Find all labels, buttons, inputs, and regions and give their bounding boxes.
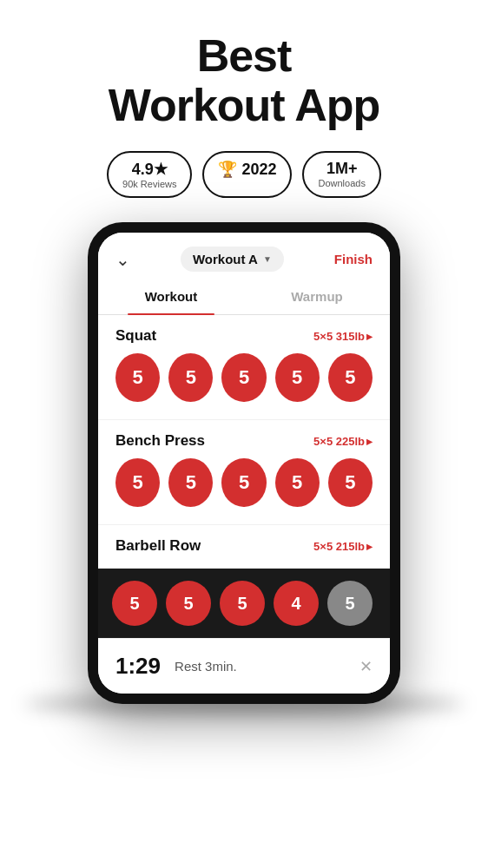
bottom-set-4[interactable]: 4 xyxy=(274,581,319,626)
exercise-barbellrow-name: Barbell Row xyxy=(115,537,201,555)
rest-timer-close-icon[interactable]: ✕ xyxy=(359,657,373,676)
exercise-squat-header: Squat 5×5 315lb ▸ xyxy=(115,327,373,345)
bottom-set-1[interactable]: 5 xyxy=(112,581,157,626)
rest-timer-time: 1:29 xyxy=(115,653,161,680)
bench-set-4[interactable]: 5 xyxy=(275,458,320,507)
squat-set-3[interactable]: 5 xyxy=(221,353,266,402)
phone-mockup: ⌄ Workout A ▼ Finish Workout Warmup Squa… xyxy=(88,222,400,704)
squat-set-4[interactable]: 5 xyxy=(275,353,320,402)
squat-set-2[interactable]: 5 xyxy=(168,353,213,402)
bottom-sets-bar: 5 5 5 4 5 xyxy=(98,569,390,638)
exercise-benchpress-name: Bench Press xyxy=(115,432,205,450)
bottom-set-2[interactable]: 5 xyxy=(166,581,211,626)
app-title: Best Workout App xyxy=(109,31,380,130)
badge-downloads-sub: Downloads xyxy=(318,178,365,188)
finish-button[interactable]: Finish xyxy=(334,252,373,266)
tabs-row: Workout Warmup xyxy=(98,279,390,315)
exercise-detail-arrow-icon: ▸ xyxy=(366,330,373,343)
exercise-benchpress: Bench Press 5×5 225lb ▸ 5 5 5 5 5 xyxy=(98,420,390,524)
badge-award: 🏆 2022 xyxy=(202,151,292,198)
back-chevron-icon[interactable]: ⌄ xyxy=(115,249,130,270)
exercise-benchpress-info[interactable]: 5×5 225lb ▸ xyxy=(313,435,373,448)
tab-warmup[interactable]: Warmup xyxy=(244,279,390,314)
benchpress-sets-row: 5 5 5 5 5 xyxy=(115,458,373,519)
dropdown-arrow-icon: ▼ xyxy=(263,254,272,264)
badge-rating-main: 4.9★ xyxy=(132,160,168,179)
exercise-squat-info[interactable]: 5×5 315lb ▸ xyxy=(313,330,373,343)
phone-topbar: ⌄ Workout A ▼ Finish xyxy=(98,233,390,279)
exercise-squat: Squat 5×5 315lb ▸ 5 5 5 5 5 xyxy=(98,315,390,419)
bench-set-3[interactable]: 5 xyxy=(221,458,266,507)
rest-timer-label: Rest 3min. xyxy=(175,659,346,674)
phone-wrapper: ⌄ Workout A ▼ Finish Workout Warmup Squa… xyxy=(0,222,488,704)
bench-set-2[interactable]: 5 xyxy=(168,458,213,507)
exercise-barbellrow-header: Barbell Row 5×5 215lb ▸ xyxy=(115,537,373,555)
exercise-barbellrow-info[interactable]: 5×5 215lb ▸ xyxy=(313,540,373,553)
bench-set-1[interactable]: 5 xyxy=(115,458,160,507)
header: Best Workout App xyxy=(91,0,398,151)
squat-set-1[interactable]: 5 xyxy=(115,353,160,402)
rest-timer: 1:29 Rest 3min. ✕ xyxy=(98,638,390,694)
bottom-set-3[interactable]: 5 xyxy=(220,581,265,626)
workout-name: Workout A xyxy=(193,252,258,266)
tab-workout[interactable]: Workout xyxy=(98,279,244,314)
exercise-detail-arrow-icon3: ▸ xyxy=(366,540,373,553)
exercise-barbellrow: Barbell Row 5×5 215lb ▸ xyxy=(98,525,390,569)
squat-set-5[interactable]: 5 xyxy=(328,353,373,402)
badges-row: 4.9★ 90k Reviews 🏆 2022 1M+ Downloads xyxy=(89,151,399,198)
badge-rating: 4.9★ 90k Reviews xyxy=(107,151,192,198)
badge-downloads-main: 1M+ xyxy=(326,160,358,178)
bottom-set-5[interactable]: 5 xyxy=(327,581,373,626)
exercise-squat-name: Squat xyxy=(115,327,156,345)
workout-selector[interactable]: Workout A ▼ xyxy=(181,247,284,272)
exercise-benchpress-header: Bench Press 5×5 225lb ▸ xyxy=(115,432,373,450)
badge-downloads: 1M+ Downloads xyxy=(302,151,380,198)
badge-award-main: 🏆 2022 xyxy=(218,160,276,179)
bench-set-5[interactable]: 5 xyxy=(328,458,373,507)
phone-screen: ⌄ Workout A ▼ Finish Workout Warmup Squa… xyxy=(98,233,390,694)
badge-rating-sub: 90k Reviews xyxy=(122,179,176,189)
squat-sets-row: 5 5 5 5 5 xyxy=(115,353,373,414)
exercise-detail-arrow-icon2: ▸ xyxy=(366,435,373,448)
